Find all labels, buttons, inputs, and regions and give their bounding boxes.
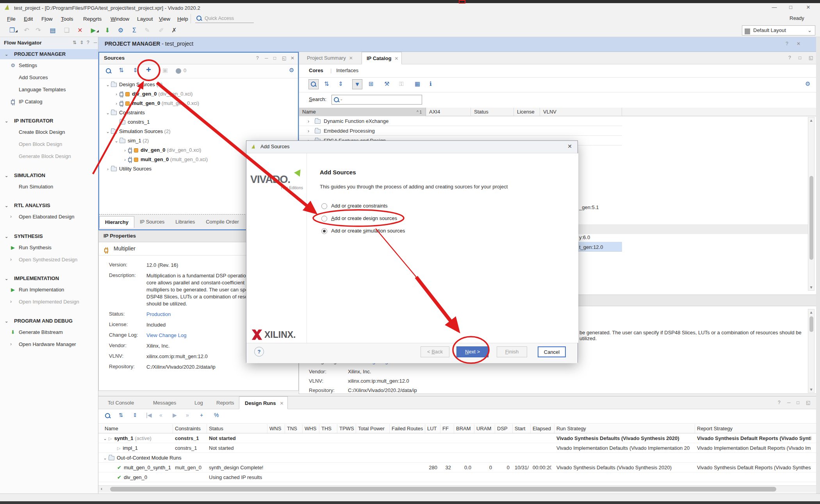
run-icon[interactable]: ▶◢ bbox=[88, 26, 98, 35]
search-input[interactable]: ⌄ bbox=[332, 95, 422, 105]
edit-timing-disabled-icon[interactable]: ✎ bbox=[142, 26, 152, 35]
column-header-tns[interactable]: TNS bbox=[287, 424, 303, 433]
radio-option-add-or-create-design-sources[interactable]: Add or create design sources bbox=[321, 215, 478, 223]
collapse-all-icon[interactable]: ⇅ bbox=[73, 40, 77, 45]
percent-icon[interactable]: % bbox=[214, 412, 219, 418]
device-icon[interactable]: ▦ bbox=[415, 80, 420, 87]
scrollbar-vertical[interactable]: ▲ ▼ bbox=[808, 117, 815, 291]
customize-ip-icon[interactable]: ⚒ bbox=[384, 80, 389, 87]
cancel-run-icon[interactable]: ✗ bbox=[169, 26, 179, 35]
column-header-wns[interactable]: WNS bbox=[269, 424, 286, 433]
radio-selected-icon[interactable] bbox=[321, 228, 327, 234]
language-template-icon[interactable]: ▣ bbox=[162, 67, 168, 74]
column-header-axi4[interactable]: AXI4 bbox=[426, 108, 471, 116]
column-header-name[interactable]: Name ^ 1 bbox=[299, 108, 426, 116]
scroll-left-icon[interactable]: ‹ bbox=[101, 486, 102, 492]
design-run-row-out-of-context-module-runs[interactable]: ⌄Out-of-Context Module Runs bbox=[98, 453, 816, 463]
column-header-whs[interactable]: WHS bbox=[305, 424, 320, 433]
help-icon[interactable]: ? bbox=[788, 55, 791, 60]
tab-reports[interactable]: Reports bbox=[211, 396, 240, 409]
collapse-all-icon[interactable]: ⇅ bbox=[119, 412, 123, 418]
flow-item-ip-catalog[interactable]: IP Catalog bbox=[0, 96, 98, 108]
collapse-all-icon[interactable]: ⇅ bbox=[324, 80, 329, 87]
catalog-row-dynamic-function-exchange[interactable]: ›Dynamic Function eXchange bbox=[299, 116, 622, 126]
tree-item-div-gen-0[interactable]: ›div_gen_0 (div_gen_0.xci) bbox=[99, 89, 298, 99]
flow-item-run-implementation[interactable]: ▶Run Implementation bbox=[0, 284, 98, 296]
expand-all-icon[interactable]: ⇕ bbox=[133, 67, 138, 74]
tab-design-runs[interactable]: Design Runs✕ bbox=[239, 396, 288, 409]
catalog-row-embedded-processing[interactable]: ›Embedded Processing bbox=[299, 126, 622, 136]
column-header-status[interactable]: Status bbox=[471, 108, 514, 116]
flow-item-add-sources[interactable]: Add Sources bbox=[0, 71, 98, 83]
copy-icon[interactable]: ❏ bbox=[62, 26, 72, 35]
play-icon[interactable]: ▶ bbox=[173, 412, 177, 418]
flow-section-header-simulation[interactable]: ⌄SIMULATION bbox=[0, 170, 98, 181]
flow-item-open-hardware-manager[interactable]: ›Open Hardware Manager bbox=[0, 338, 98, 350]
tab-project-summary[interactable]: Project Summary✕ bbox=[302, 52, 356, 64]
column-header-tpws[interactable]: TPWS bbox=[339, 424, 356, 433]
minimize-button[interactable]: — bbox=[768, 4, 780, 12]
help-button[interactable]: ? bbox=[254, 347, 264, 357]
column-header-report-strategy[interactable]: Report Strategy bbox=[697, 424, 814, 433]
add-run-icon[interactable]: + bbox=[200, 412, 203, 418]
radio-unselected-icon[interactable] bbox=[321, 216, 327, 222]
tree-item-mult-gen-0[interactable]: ›mult_gen_0 (mult_gen_0.xci) bbox=[99, 99, 298, 108]
tab-ip-catalog[interactable]: IP Catalog✕ bbox=[362, 52, 402, 64]
highlight-disabled-icon[interactable]: ✐ bbox=[156, 26, 166, 35]
tree-item-constraints[interactable]: ⌄Constraints bbox=[99, 108, 298, 117]
column-header-ths[interactable]: THS bbox=[321, 424, 338, 433]
menu-layout[interactable]: Layout bbox=[135, 15, 155, 23]
column-header-name[interactable]: Name bbox=[105, 424, 173, 433]
forward-icon[interactable]: » bbox=[186, 412, 189, 418]
scrollbar-thumb[interactable] bbox=[110, 487, 776, 492]
flow-item-open-synthesized-design[interactable]: ›Open Synthesized Design bbox=[0, 254, 98, 266]
column-header-uram[interactable]: URAM bbox=[476, 424, 495, 433]
column-header-start[interactable]: Start bbox=[515, 424, 532, 433]
radio-unselected-icon[interactable] bbox=[321, 203, 327, 209]
tab-tcl-console[interactable]: Tcl Console bbox=[102, 396, 139, 409]
column-header-elapsed[interactable]: Elapsed bbox=[533, 424, 554, 433]
flow-item-run-simulation[interactable]: Run Simulation bbox=[0, 181, 98, 193]
minimize-icon[interactable]: ─ bbox=[787, 400, 791, 405]
flow-item-run-synthesis[interactable]: ▶Run Synthesis bbox=[0, 241, 98, 254]
menu-view[interactable]: View bbox=[157, 15, 172, 23]
float-icon[interactable]: ◱ bbox=[806, 400, 810, 405]
save-icon[interactable]: ▤ bbox=[48, 26, 58, 35]
scrollbar-horizontal[interactable]: ‹ bbox=[98, 485, 816, 493]
column-header-status[interactable]: Status bbox=[209, 424, 267, 433]
design-run-row-mult-gen-0-synth-1[interactable]: ✔mult_gen_0_synth_1mult_gen_0synth_desig… bbox=[98, 463, 816, 472]
search-icon[interactable] bbox=[105, 412, 111, 420]
help-icon[interactable]: ? bbox=[256, 55, 259, 61]
menu-window[interactable]: Window bbox=[109, 15, 131, 23]
tab-ip-sources[interactable]: IP Sources bbox=[134, 216, 170, 228]
cancel-button[interactable]: Cancel bbox=[538, 346, 566, 357]
redo-icon[interactable]: ↷ bbox=[33, 26, 43, 35]
design-run-row-div-gen-0[interactable]: ✔div_gen_0Using cached IP results bbox=[98, 472, 816, 482]
column-header-dsp[interactable]: DSP bbox=[497, 424, 513, 433]
menu-reports[interactable]: Reports bbox=[82, 15, 103, 23]
report-icon[interactable]: Σ bbox=[129, 26, 139, 35]
filter-off-icon[interactable]: ▼ bbox=[352, 79, 362, 89]
flow-section-header-program-and-debug[interactable]: ⌄PROGRAM AND DEBUG bbox=[0, 316, 98, 326]
radio-option-add-or-create-constraints[interactable]: Add or create constraints bbox=[321, 203, 478, 211]
flow-section-header-rtl-analysis[interactable]: ⌄RTL ANALYSIS bbox=[0, 201, 98, 211]
flow-item-open-implemented-design[interactable]: ›Open Implemented Design bbox=[0, 296, 98, 308]
column-header-failed-routes[interactable]: Failed Routes bbox=[392, 424, 425, 433]
design-run-row-impl-1[interactable]: ▷impl_1constrs_1Not startedVivado Implem… bbox=[98, 443, 816, 453]
tree-item-constrs-1[interactable]: constrs_1 bbox=[99, 117, 298, 127]
flow-item-generate-bitstream[interactable]: ⬇Generate Bitstream bbox=[0, 326, 98, 338]
open-project-icon[interactable]: ❒◢ bbox=[7, 26, 17, 35]
ip-integrator-icon[interactable]: ⊞ bbox=[369, 80, 374, 87]
help-icon[interactable]: ? bbox=[87, 40, 89, 45]
column-header-constraints[interactable]: Constraints bbox=[175, 424, 208, 433]
add-sources-button[interactable]: + bbox=[146, 65, 151, 75]
maximize-icon[interactable]: □ bbox=[273, 55, 276, 61]
help-icon[interactable]: ? bbox=[786, 41, 788, 46]
tab-hierarchy[interactable]: Hierarchy bbox=[99, 216, 134, 228]
expand-all-icon[interactable]: ⇕ bbox=[338, 80, 343, 87]
flow-section-header-ip-integrator[interactable]: ⌄IP INTEGRATOR bbox=[0, 116, 98, 126]
maximize-button[interactable]: □ bbox=[785, 4, 797, 12]
menu-tools[interactable]: Tools bbox=[59, 15, 75, 23]
float-icon[interactable]: ◱ bbox=[282, 55, 286, 61]
delete-icon[interactable]: ✕ bbox=[75, 26, 85, 35]
